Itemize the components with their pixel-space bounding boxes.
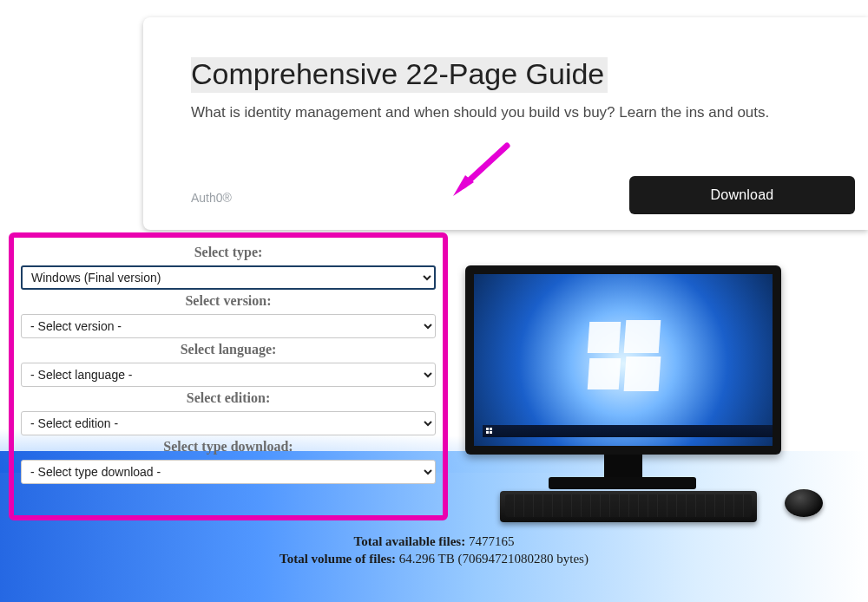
stats-volume-label: Total volume of files: — [279, 552, 399, 566]
monitor-stand-base — [549, 477, 696, 489]
stats-block: Total available files: 7477165 Total vol… — [0, 533, 868, 567]
edition-label: Select edition: — [21, 390, 436, 406]
ad-card: Comprehensive 22-Page Guide What is iden… — [143, 17, 868, 230]
monitor-screen — [474, 274, 773, 446]
language-label: Select language: — [21, 342, 436, 357]
ad-brand: Auth0® — [191, 191, 232, 205]
taskbar — [483, 425, 773, 437]
download-button[interactable]: Download — [629, 176, 855, 214]
stats-volume-value: 64.296 TB (70694721080280 bytes) — [399, 552, 589, 566]
download-type-label: Select type download: — [21, 439, 436, 455]
edition-select[interactable]: - Select edition - — [21, 411, 436, 435]
stats-files-label: Total available files: — [354, 534, 469, 548]
selector-panel-highlight: Select type: Windows (Final version) Sel… — [9, 232, 448, 520]
start-icon — [486, 428, 493, 435]
download-type-select[interactable]: - Select type download - — [21, 460, 436, 484]
mouse-illustration — [785, 489, 823, 517]
ad-title[interactable]: Comprehensive 22-Page Guide — [191, 57, 608, 93]
monitor-stand-neck — [604, 455, 642, 479]
ad-subtitle: What is identity management and when sho… — [191, 104, 769, 121]
version-label: Select version: — [21, 293, 436, 309]
version-select[interactable]: - Select version - — [21, 314, 436, 338]
keyboard-illustration — [500, 491, 757, 522]
windows-logo-icon — [589, 322, 658, 391]
monitor-illustration — [465, 265, 781, 474]
stats-files-value: 7477165 — [469, 534, 515, 548]
type-select[interactable]: Windows (Final version) — [21, 265, 436, 290]
language-select[interactable]: - Select language - — [21, 363, 436, 387]
type-label: Select type: — [21, 245, 436, 260]
